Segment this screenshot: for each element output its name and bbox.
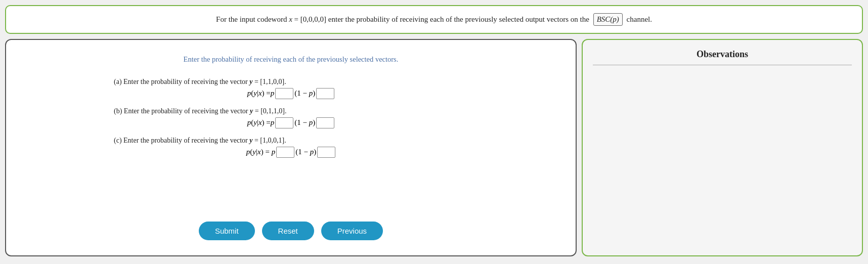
input-b-exponent1[interactable]: [275, 117, 293, 128]
previous-button[interactable]: Previous: [321, 222, 383, 240]
banner-text: For the input codeword x = [0,0,0,0] ent…: [216, 15, 652, 23]
problem-c: (c) Enter the probability of receiving t…: [114, 137, 468, 163]
problem-c-formula: p(y|x) = p (1 − p): [114, 147, 468, 158]
input-b-exponent2[interactable]: [316, 117, 334, 128]
button-row: Submit Reset Previous: [199, 222, 383, 240]
formula-a-prefix: p(y|x) =p: [247, 89, 275, 98]
input-c-exponent1[interactable]: [276, 147, 294, 158]
main-area: Enter the probability of receiving each …: [5, 39, 863, 256]
right-panel: Observations: [582, 39, 863, 256]
problem-b-formula: p(y|x) =p (1 − p): [114, 117, 468, 128]
bsc-channel: BSC(p): [593, 13, 623, 26]
top-banner: For the input codeword x = [0,0,0,0] ent…: [5, 5, 863, 34]
problem-b: (b) Enter the probability of receiving t…: [114, 107, 468, 134]
formula-b-prefix: p(y|x) =p: [247, 118, 275, 127]
problem-a-formula: p(y|x) =p (1 − p): [114, 88, 468, 99]
problems-container: (a) Enter the probability of receiving t…: [26, 78, 555, 212]
input-a-exponent2[interactable]: [316, 88, 334, 99]
formula-b-middle: (1 − p): [294, 118, 315, 127]
formula-c-middle: (1 − p): [295, 148, 316, 156]
observations-title: Observations: [593, 49, 852, 65]
left-panel: Enter the probability of receiving each …: [5, 39, 577, 256]
reset-button[interactable]: Reset: [262, 222, 314, 240]
submit-button[interactable]: Submit: [199, 222, 255, 240]
formula-c-prefix: p(y|x) = p: [246, 148, 275, 156]
problem-a: (a) Enter the probability of receiving t…: [114, 78, 468, 104]
problem-b-text: (b) Enter the probability of receiving t…: [114, 107, 468, 115]
problem-a-text: (a) Enter the probability of receiving t…: [114, 78, 468, 86]
formula-a-middle: (1 − p): [294, 89, 315, 98]
input-c-exponent2[interactable]: [317, 147, 335, 158]
instructions-text: Enter the probability of receiving each …: [184, 55, 399, 64]
input-a-exponent1[interactable]: [275, 88, 293, 99]
problem-c-text: (c) Enter the probability of receiving t…: [114, 137, 468, 145]
